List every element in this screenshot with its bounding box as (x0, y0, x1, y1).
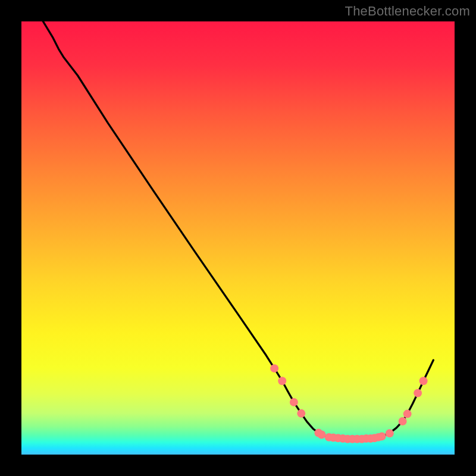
data-marker (414, 389, 422, 397)
plot-area (21, 21, 455, 455)
data-marker (386, 429, 394, 437)
watermark-text: TheBottlenecker.com (345, 4, 470, 19)
data-marker (399, 417, 407, 425)
data-marker (318, 431, 326, 439)
data-marker (403, 410, 412, 418)
curve-layer (21, 21, 455, 455)
data-marker (270, 364, 278, 372)
data-marker (378, 432, 386, 440)
bottleneck-curve (43, 21, 433, 439)
data-marker (290, 398, 298, 406)
data-marker (278, 377, 286, 385)
chart-stage: TheBottlenecker.com (0, 0, 476, 476)
data-marker (419, 377, 428, 385)
data-markers (270, 364, 427, 443)
data-marker (297, 409, 305, 418)
